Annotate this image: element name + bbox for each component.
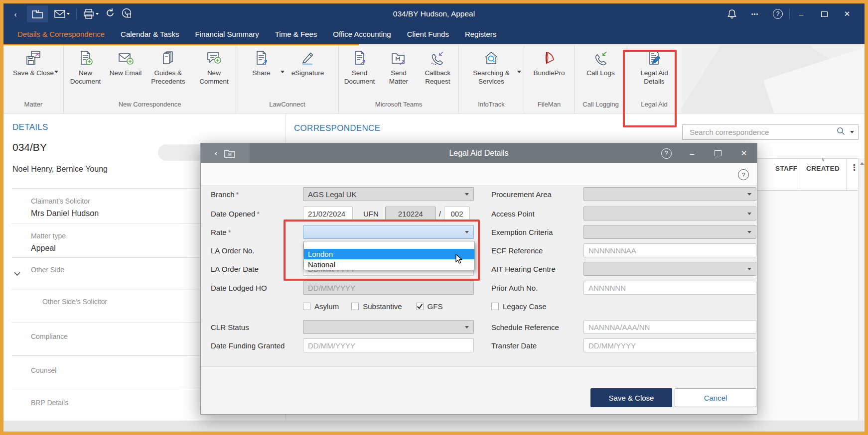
date-funding-granted-input[interactable]: DD/MM/YYYY (303, 338, 474, 352)
tab-office-accounting[interactable]: Office Accounting (325, 24, 399, 44)
dialog-titlebar: ‹ M Legal Aid Details ? – ✕ (201, 143, 757, 163)
legal-aid-details-button[interactable]: Legal Aid Details (630, 50, 678, 86)
callback-request-button[interactable]: Callback Request (417, 50, 458, 86)
tab-calendar-tasks[interactable]: Calendar & Tasks (113, 24, 187, 44)
dropdown-caret-icon (465, 193, 469, 196)
transfer-date-input[interactable]: DD/MM/YYYY (583, 338, 756, 352)
dialog-minimize-button[interactable]: – (679, 143, 705, 163)
ribbon-background (681, 45, 865, 113)
dialog-context-help-icon[interactable]: ? (738, 169, 749, 180)
tab-time-fees[interactable]: Time & Fees (267, 24, 325, 44)
send-matter-button[interactable]: Send Matter (380, 50, 417, 86)
dialog-maximize-button[interactable] (705, 143, 731, 163)
dialog-help-icon[interactable]: ? (653, 143, 679, 163)
more-icon[interactable]: ⋮ (850, 162, 859, 173)
ecf-reference-input[interactable]: NNNNNNNAA (583, 243, 756, 257)
more-options-icon[interactable]: ••• (743, 3, 766, 24)
help-icon[interactable]: ? (766, 3, 789, 24)
search-options-dropdown-icon[interactable] (850, 131, 854, 133)
bundlepro-icon (541, 50, 558, 67)
tab-financial-summary[interactable]: Financial Summary (187, 24, 267, 44)
substantive-checkbox[interactable]: Substantive (351, 302, 402, 311)
date-lodged-ho-input[interactable]: DD/MM/YYYY (303, 281, 474, 295)
new-comment-button[interactable]: New Comment (192, 50, 236, 86)
call-logs-button[interactable]: Call Logs (578, 50, 624, 78)
section-label: BRP Details (31, 399, 68, 407)
legal-aid-details-dialog: ‹ M Legal Aid Details ? – ✕ ? Branch* AG… (200, 143, 757, 415)
column-header-created[interactable]: CREATED (806, 165, 840, 172)
maximize-button[interactable] (813, 3, 836, 24)
dialog-close-button[interactable]: ✕ (731, 143, 757, 163)
schedule-reference-input[interactable]: NANNNA/AAA/NN (583, 320, 756, 334)
rate-select[interactable] (303, 225, 474, 239)
tab-registers[interactable]: Registers (457, 24, 504, 44)
active-tab-accent (3, 44, 359, 45)
column-header-staff[interactable]: STAFF (775, 165, 798, 172)
ufn-input[interactable]: 210224 (385, 207, 436, 220)
searching-services-dropdown-icon[interactable] (517, 71, 521, 73)
save-close-dropdown-icon[interactable] (54, 71, 58, 73)
ufn-label: UFN (363, 210, 379, 218)
chevron-down-icon[interactable] (13, 269, 21, 278)
exemption-criteria-select[interactable] (583, 225, 756, 239)
dropdown-caret-icon (747, 268, 751, 270)
save-close-button[interactable]: Save & Close (11, 50, 56, 78)
tab-bar: Details & Correspondence Calendar & Task… (3, 24, 865, 44)
sort-indicator-icon[interactable]: ∨ (821, 156, 825, 163)
correspondence-heading: CORRESPONDENCE (294, 123, 380, 133)
clr-status-select[interactable] (303, 320, 474, 334)
close-button[interactable]: ✕ (836, 3, 859, 24)
prior-auth-no-input[interactable]: ANNNNNN (583, 281, 756, 295)
share-button[interactable]: Share (241, 50, 282, 78)
rate-option-london[interactable]: London (304, 249, 474, 259)
ribbon-group-label: FileMan (524, 101, 574, 113)
minimize-button[interactable]: – (790, 3, 813, 24)
gfs-checkbox[interactable]: GFS (416, 302, 443, 311)
dialog-toolbar-strip: ? (201, 163, 757, 186)
field-row-date-lodged-ho: Date Lodged HO DD/MM/YYYY (211, 281, 474, 295)
field-row-legacy-case: Legacy Case (491, 299, 756, 313)
field-row-clr-status: CLR Status (211, 320, 474, 334)
save-close-dialog-button[interactable]: Save & Close (590, 388, 672, 407)
branch-select[interactable]: AGS Legal UK (303, 187, 474, 201)
guides-precedents-icon (159, 50, 176, 67)
section-value[interactable]: Appeal (31, 244, 56, 253)
tab-details-correspondence[interactable]: Details & Correspondence (9, 24, 113, 44)
save-close-icon (25, 50, 42, 67)
new-email-button[interactable]: New Email (107, 50, 144, 78)
send-document-button[interactable]: Send Document (339, 50, 380, 86)
bundlepro-button[interactable]: BundlePro (526, 50, 573, 78)
guides-precedents-button[interactable]: Guides & Precedents (144, 50, 192, 86)
search-icon[interactable] (837, 127, 845, 137)
search-correspondence-input[interactable]: Search correspondence (682, 124, 859, 140)
field-row-ecf-reference: ECF Reference NNNNNNNAA (491, 243, 756, 257)
esignature-button[interactable]: eSignature (282, 50, 334, 78)
rate-option-blank[interactable] (304, 241, 474, 249)
section-value[interactable]: Mrs Daniel Hudson (31, 209, 99, 218)
ribbon-group-legal-aid: Legal Aid Details Legal Aid (627, 45, 681, 113)
section-label: Matter type (31, 232, 66, 240)
ribbon-group-microsoft-teams: Send Document Send Matter Callback Reque… (339, 45, 459, 113)
access-point-select[interactable] (583, 207, 756, 220)
searching-services-button[interactable]: Searching & Services (465, 50, 517, 86)
vertical-scrollbar[interactable] (858, 158, 865, 421)
procurement-area-select[interactable] (583, 187, 756, 201)
new-document-button[interactable]: New Document (64, 50, 107, 86)
section-label-other-side[interactable]: Other Side (31, 266, 64, 274)
asylum-checkbox[interactable]: Asylum (303, 302, 339, 311)
legacy-case-checkbox[interactable]: Legacy Case (491, 302, 547, 311)
cancel-button[interactable]: Cancel (675, 388, 756, 407)
ait-hearing-centre-select[interactable] (583, 262, 756, 276)
new-document-icon (77, 50, 94, 67)
ribbon-group-infotrack: Searching & Services InfoTrack (459, 45, 524, 113)
section-label: Other Side's Solicitor (42, 298, 107, 306)
tab-client-funds[interactable]: Client Funds (399, 24, 457, 44)
share-icon (253, 50, 270, 67)
dropdown-caret-icon (747, 213, 751, 215)
dialog-footer: Save & Close Cancel (201, 366, 757, 414)
ufn-suffix-input[interactable]: 002 (444, 207, 470, 220)
rate-option-national[interactable]: National (304, 259, 474, 270)
date-opened-input[interactable]: 21/02/2024 (303, 207, 353, 220)
section-label: Claimant's Solicitor (31, 197, 90, 205)
notifications-icon[interactable] (721, 3, 743, 24)
